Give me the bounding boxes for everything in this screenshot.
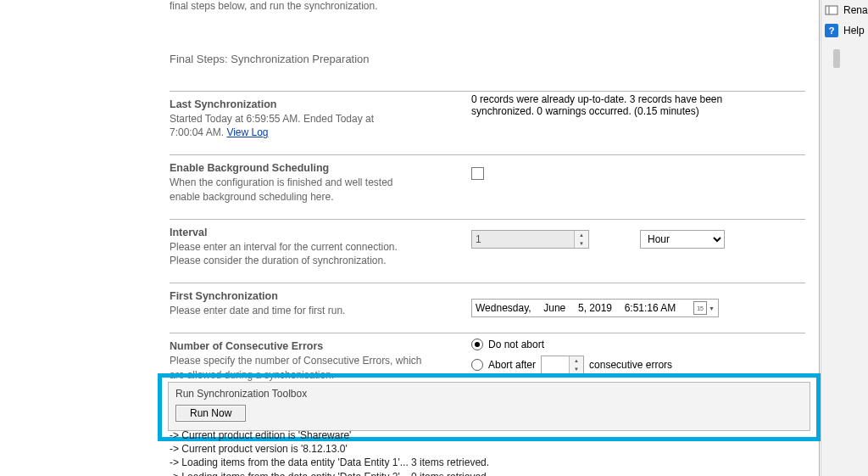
do-not-abort-label: Do not abort — [488, 339, 544, 350]
log-line: -> Loading items from the data entity 'D… — [170, 456, 797, 469]
abort-after-value[interactable] — [542, 356, 569, 373]
interval-value[interactable] — [472, 231, 574, 248]
bg-sched-desc: When the configuration is finished and w… — [170, 176, 424, 203]
abort-up-icon[interactable]: ▲ — [570, 356, 583, 365]
svg-rect-0 — [826, 6, 837, 14]
scrollbar-thumb[interactable] — [833, 49, 840, 68]
side-item-help[interactable]: ? Help — [821, 20, 868, 41]
final-steps-heading: Final Steps: Synchronization Preparation — [170, 53, 805, 65]
side-item-rename[interactable]: Rena — [821, 0, 868, 20]
first-sync-desc: Please enter date and time for first run… — [170, 304, 424, 317]
abort-after-label: Abort after — [488, 359, 536, 371]
side-item-label: Help — [843, 25, 865, 36]
bg-sched-checkbox[interactable] — [471, 167, 484, 180]
side-panel: Rena ? Help — [821, 0, 868, 476]
interval-unit-select[interactable]: Hour — [640, 230, 725, 249]
svg-text:?: ? — [829, 25, 835, 36]
sync-log: -> Current product edition is 'Shareware… — [170, 428, 797, 476]
intro-cutoff-text: final steps below, and run the synchroni… — [170, 0, 805, 12]
abort-after-radio[interactable] — [471, 359, 483, 371]
interval-stepper[interactable]: ▲▼ — [471, 230, 589, 249]
last-sync-desc: Started Today at 6:59:55 AM. Ended Today… — [170, 112, 424, 139]
log-line: -> Current product version is '8.12.13.0… — [170, 442, 797, 456]
chevron-down-icon[interactable]: ▼ — [709, 305, 715, 311]
interval-up-icon[interactable]: ▲ — [575, 231, 588, 239]
first-sync-datetime-picker[interactable]: Wednesday, June 5, 2019 6:51:16 AM 15 ▼ — [471, 299, 719, 317]
side-item-label: Rena — [843, 4, 868, 16]
interval-down-icon[interactable]: ▼ — [575, 239, 588, 248]
rename-icon — [825, 3, 838, 17]
first-sync-weekday: Wednesday, — [476, 302, 531, 314]
log-line: -> Loading items from the data entity 'D… — [170, 470, 797, 476]
abort-after-stepper[interactable]: ▲▼ — [541, 356, 584, 374]
view-log-link[interactable]: View Log — [226, 126, 268, 138]
run-sync-legend: Run Synchronization Toolbox — [175, 388, 803, 400]
last-sync-status: 0 records were already up-to-date. 3 rec… — [471, 93, 726, 117]
bg-sched-heading: Enable Background Scheduling — [170, 162, 805, 174]
interval-desc: Please enter an interval for the current… — [170, 240, 424, 267]
first-sync-day-year: 5, 2019 — [578, 302, 612, 314]
first-sync-month: June — [543, 302, 565, 314]
do-not-abort-radio[interactable] — [471, 339, 483, 350]
run-now-button[interactable]: Run Now — [175, 405, 246, 422]
log-line: -> Current product edition is 'Shareware… — [170, 428, 797, 442]
calendar-icon[interactable]: 15 — [693, 301, 707, 315]
help-icon: ? — [825, 24, 838, 37]
first-sync-time: 6:51:16 AM — [625, 302, 676, 314]
abort-down-icon[interactable]: ▼ — [570, 365, 583, 373]
consec-errors-label: consecutive errors — [589, 359, 672, 371]
